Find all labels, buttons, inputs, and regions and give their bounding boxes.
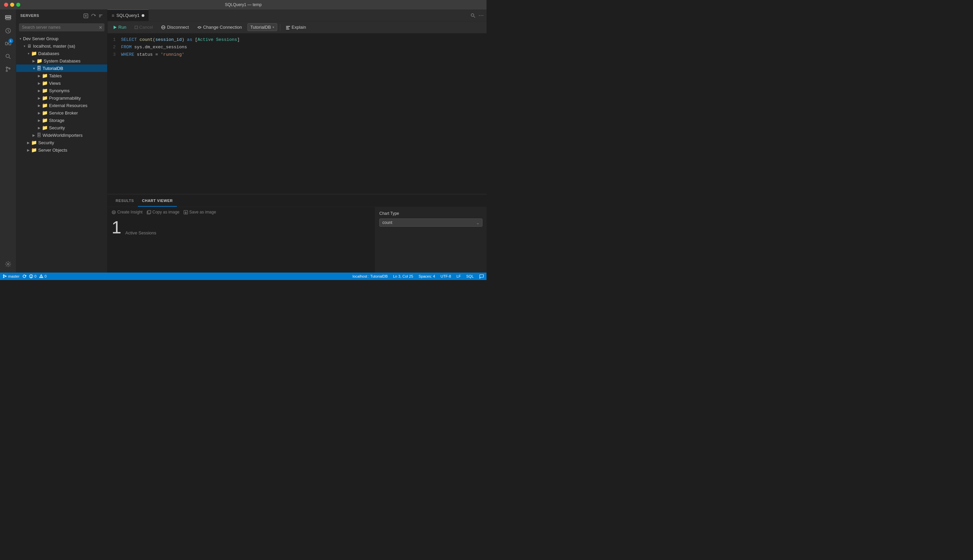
status-bar: master 0 0 localhost — [0, 273, 486, 280]
servers-activity-icon[interactable] — [2, 12, 14, 23]
connection-info: localhost : TutorialDB — [353, 274, 388, 278]
search-activity-icon[interactable] — [2, 51, 14, 62]
new-query-icon[interactable] — [84, 12, 88, 18]
more-actions-icon[interactable]: ⋯ — [478, 12, 484, 18]
create-insight-label: Create Insight — [117, 210, 143, 215]
tree-databases[interactable]: ▾ 📁 Databases — [16, 50, 107, 57]
server-objects-label: Server Objects — [38, 148, 67, 153]
close-button[interactable] — [4, 3, 8, 7]
svg-marker-22 — [114, 26, 117, 29]
database-icon: 🗄 — [37, 65, 41, 71]
tree-external-resources[interactable]: ▶ 📁 External Resources — [16, 102, 107, 109]
tab-bar: ≡ SQLQuery1 ⋯ — [107, 10, 486, 21]
editor-area: ≡ SQLQuery1 ⋯ Run — [107, 10, 486, 273]
external-resources-label: External Resources — [49, 103, 87, 108]
chevron-right-icon: ▶ — [31, 133, 37, 137]
connections-badge: 1 — [8, 38, 13, 43]
folder-icon: 📁 — [42, 80, 48, 86]
results-body: Create Insight Copy as image — [107, 207, 486, 273]
line-number: 3 — [107, 51, 121, 58]
folder-icon: 📁 — [31, 51, 37, 56]
tree-security-tutorialdb[interactable]: ▶ 📁 Security — [16, 124, 107, 132]
wideworldimporters-label: WideWorldImporters — [43, 133, 82, 138]
svg-rect-25 — [286, 26, 290, 27]
language-mode[interactable]: SQL — [466, 274, 474, 278]
result-count-display: 1 Active Sessions — [112, 218, 371, 236]
chevron-right-icon: ▶ — [26, 141, 31, 145]
tree-system-databases[interactable]: ▶ 📁 System Databases — [16, 57, 107, 65]
svg-point-39 — [31, 277, 32, 278]
tree-views[interactable]: ▶ 📁 Views — [16, 79, 107, 87]
history-activity-icon[interactable] — [2, 25, 14, 37]
results-tabs: RESULTS CHART VIEWER — [107, 195, 486, 207]
tree-tables[interactable]: ▶ 📁 Tables — [16, 72, 107, 79]
tree-synonyms[interactable]: ▶ 📁 Synonyms — [16, 87, 107, 94]
tree-server-localhost[interactable]: ▾ 🖥 localhost, master (sa) — [16, 42, 107, 50]
svg-rect-30 — [148, 210, 151, 213]
search-clear-icon[interactable]: ✕ — [99, 25, 102, 30]
tab-chart-viewer[interactable]: CHART VIEWER — [138, 195, 177, 207]
change-connection-button[interactable]: Change Connection — [194, 23, 245, 31]
folder-icon: 📁 — [42, 103, 48, 108]
copy-as-image-label: Copy as image — [152, 210, 179, 215]
tab-actions: ⋯ — [470, 10, 486, 21]
tree-programmability[interactable]: ▶ 📁 Programmability — [16, 94, 107, 102]
errors-indicator[interactable]: 0 — [29, 274, 37, 278]
search-input[interactable] — [19, 23, 104, 32]
status-left: master 0 0 — [3, 274, 47, 278]
copy-as-image-button[interactable]: Copy as image — [147, 210, 179, 215]
folder-icon: 📁 — [42, 95, 48, 101]
svg-rect-23 — [135, 26, 138, 29]
tree-server-objects[interactable]: ▶ 📁 Server Objects — [16, 146, 107, 154]
chevron-right-icon: ▶ — [37, 118, 42, 122]
settings-activity-icon[interactable] — [2, 258, 14, 270]
indentation-info: Spaces: 4 — [418, 274, 435, 278]
results-actions: Create Insight Copy as image — [112, 210, 371, 215]
result-count-value: 1 — [112, 218, 121, 236]
line-endings-info: LF — [456, 274, 461, 278]
folder-icon: 📁 — [42, 118, 48, 123]
chart-sidebar: Chart Type count bar line pie scatter ti… — [375, 207, 486, 273]
tab-label: SQLQuery1 — [116, 13, 140, 18]
save-as-image-button[interactable]: Save as image — [184, 210, 216, 215]
chevron-right-icon: ▶ — [37, 82, 42, 85]
activity-bar: 1 — [0, 10, 16, 273]
sync-icon[interactable] — [22, 274, 27, 278]
feedback-icon[interactable] — [479, 274, 484, 278]
refresh-icon[interactable] — [91, 12, 96, 18]
git-activity-icon[interactable] — [2, 63, 14, 75]
traffic-lights — [4, 3, 20, 7]
run-button[interactable]: Run — [110, 23, 129, 31]
connections-activity-icon[interactable]: 1 — [2, 38, 14, 49]
chevron-down-icon: ▾ — [18, 37, 23, 40]
tree-group-dev[interactable]: ▾ Dev Server Group — [16, 35, 107, 42]
create-insight-button[interactable]: Create Insight — [112, 210, 143, 215]
status-right: localhost : TutorialDB Ln 3, Col 25 Spac… — [353, 274, 484, 278]
tree-service-broker[interactable]: ▶ 📁 Service Broker — [16, 109, 107, 117]
folder-icon: 📁 — [42, 73, 48, 78]
explain-button[interactable]: Explain — [283, 23, 309, 31]
folder-icon: 📁 — [37, 58, 42, 63]
tree-tutorialdb[interactable]: ▾ 🗄 TutorialDB — [16, 65, 107, 72]
tree-wideworldimporters[interactable]: ▶ 🗄 WideWorldImporters — [16, 132, 107, 139]
chart-type-select[interactable]: count bar line pie scatter timeSeries — [380, 218, 482, 227]
folder-icon: 📁 — [42, 110, 48, 115]
tab-sqlquery1[interactable]: ≡ SQLQuery1 — [107, 10, 149, 21]
save-as-image-label: Save as image — [189, 210, 216, 215]
minimize-button[interactable] — [10, 3, 14, 7]
code-editor[interactable]: 1 SELECT count(session_id) as [Active Se… — [107, 33, 486, 193]
database-selector[interactable]: TutorialDB ▾ — [247, 23, 277, 31]
cursor-position: Ln 3, Col 25 — [393, 274, 413, 278]
warnings-indicator[interactable]: 0 — [39, 274, 47, 278]
tree-security-server[interactable]: ▶ 📁 Security — [16, 139, 107, 146]
tables-label: Tables — [49, 73, 62, 78]
programmability-label: Programmability — [49, 96, 81, 101]
tree-storage[interactable]: ▶ 📁 Storage — [16, 117, 107, 124]
collapse-icon[interactable] — [99, 12, 103, 18]
tab-results[interactable]: RESULTS — [112, 195, 138, 207]
maximize-button[interactable] — [16, 3, 20, 7]
disconnect-button[interactable]: Disconnect — [158, 23, 191, 31]
search-editor-icon[interactable] — [470, 12, 476, 18]
svg-point-34 — [3, 277, 4, 278]
branch-indicator[interactable]: master — [3, 274, 20, 278]
